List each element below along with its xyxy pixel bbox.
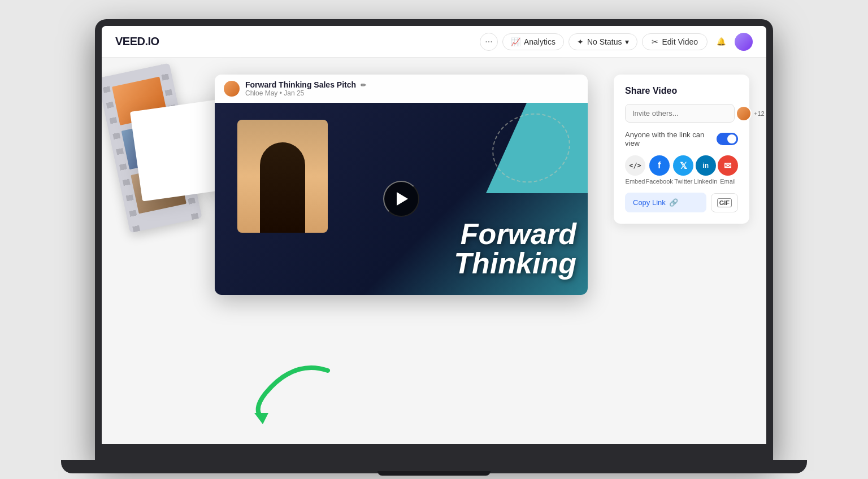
copy-link-label: Copy Link xyxy=(633,198,666,207)
chevron-down-icon: ▾ xyxy=(625,37,629,46)
share-panel: Share Video +12 Anyone with the link can… xyxy=(614,75,749,224)
facebook-label: Facebook xyxy=(646,178,673,185)
link-toggle-label: Anyone with the link can view xyxy=(625,130,717,147)
bell-icon: 🔔 xyxy=(717,37,726,46)
facebook-icon: f xyxy=(649,155,670,176)
video-text-line2: Thinking xyxy=(454,249,576,278)
video-author: Chloe May xyxy=(245,89,277,97)
twitter-label: Twitter xyxy=(674,178,692,185)
copy-link-button[interactable]: Copy Link 🔗 xyxy=(625,193,706,212)
embed-button[interactable]: </> Embed xyxy=(625,155,645,185)
analytics-icon: 📈 xyxy=(511,37,520,46)
linkedin-icon: in xyxy=(696,155,716,176)
film-photo-1 xyxy=(112,77,168,125)
embed-label: Embed xyxy=(626,178,645,185)
email-label: Email xyxy=(720,178,736,185)
svg-marker-0 xyxy=(254,413,268,424)
facebook-button[interactable]: f Facebook xyxy=(646,155,673,185)
film-photo-2 xyxy=(121,121,177,169)
gif-button[interactable]: GIF xyxy=(711,193,738,212)
link-toggle-switch[interactable] xyxy=(717,133,738,145)
twitter-button[interactable]: 𝕏 Twitter xyxy=(673,155,693,185)
notification-button[interactable]: 🔔 xyxy=(712,33,730,51)
status-button[interactable]: ✦ No Status ▾ xyxy=(568,33,637,50)
invited-avatars: +12 xyxy=(739,106,765,121)
invite-row: +12 xyxy=(625,104,738,123)
main-content: Forward Thinking Sales Pitch ✏ Chloe May… xyxy=(102,58,766,444)
logo: VEED.IO xyxy=(115,35,159,48)
curved-arrow-icon xyxy=(249,359,339,427)
person-thumbnail xyxy=(237,120,328,233)
avatar xyxy=(735,33,753,51)
person-silhouette xyxy=(260,142,305,233)
edit-video-button[interactable]: ✂ Edit Video xyxy=(642,33,708,50)
status-icon: ✦ xyxy=(577,37,584,46)
link-icon: 🔗 xyxy=(669,198,678,207)
play-button[interactable] xyxy=(383,181,419,217)
scissors-icon: ✂ xyxy=(652,37,658,46)
video-title-text: Forward Thinking Sales Pitch xyxy=(245,80,356,89)
laptop-notch xyxy=(377,471,491,476)
twitter-icon: 𝕏 xyxy=(673,155,693,176)
more-button[interactable]: ··· xyxy=(480,33,498,51)
share-icons-row: </> Embed f Facebook 𝕏 Twitter in Linked… xyxy=(625,155,738,185)
email-icon: ✉ xyxy=(718,155,738,176)
link-toggle-row: Anyone with the link can view xyxy=(625,130,738,147)
embed-icon: </> xyxy=(625,155,645,176)
user-avatar-button[interactable] xyxy=(735,33,753,51)
email-button[interactable]: ✉ Email xyxy=(718,155,738,185)
invite-input[interactable] xyxy=(625,104,735,123)
linkedin-label: LinkedIn xyxy=(694,178,718,185)
status-label: No Status xyxy=(587,37,622,46)
copy-link-row: Copy Link 🔗 GIF xyxy=(625,193,738,212)
laptop-outer: VEED.IO ··· 📈 Analytics ✦ No Status ▾ ✂ … xyxy=(95,19,773,460)
linkedin-button[interactable]: in LinkedIn xyxy=(694,155,718,185)
analytics-label: Analytics xyxy=(524,37,555,46)
edit-pencil-icon: ✏ xyxy=(361,81,366,89)
gif-label: GIF xyxy=(717,198,732,207)
video-container[interactable]: Forward Thinking Sales Pitch ✏ Chloe May… xyxy=(215,75,588,295)
edit-video-label: Edit Video xyxy=(662,37,698,46)
film-strip xyxy=(102,63,202,233)
invited-count: +12 xyxy=(754,110,765,117)
laptop-base xyxy=(61,460,807,473)
toggle-knob xyxy=(727,134,736,143)
film-photo-3 xyxy=(131,165,186,214)
video-date: Jan 25 xyxy=(284,89,304,97)
share-panel-title: Share Video xyxy=(625,86,738,96)
play-triangle-icon xyxy=(397,192,408,206)
video-title: Forward Thinking Sales Pitch ✏ xyxy=(245,80,366,89)
video-author-avatar xyxy=(224,81,240,97)
laptop-screen: VEED.IO ··· 📈 Analytics ✦ No Status ▾ ✂ … xyxy=(102,26,766,444)
video-player[interactable]: Forward Thinking xyxy=(215,103,588,295)
video-overlay-text: Forward Thinking xyxy=(454,219,576,278)
invited-avatar-1 xyxy=(736,106,752,121)
analytics-button[interactable]: 📈 Analytics xyxy=(502,33,564,50)
top-bar: VEED.IO ··· 📈 Analytics ✦ No Status ▾ ✂ … xyxy=(102,26,766,58)
top-right-actions: ··· 📈 Analytics ✦ No Status ▾ ✂ Edit Vid… xyxy=(480,33,753,51)
video-text-line1: Forward xyxy=(454,219,576,249)
video-meta: Forward Thinking Sales Pitch ✏ Chloe May… xyxy=(245,80,366,97)
video-header: Forward Thinking Sales Pitch ✏ Chloe May… xyxy=(215,75,588,103)
more-icon: ··· xyxy=(485,37,492,47)
video-subtitle: Chloe May • Jan 25 xyxy=(245,89,366,97)
